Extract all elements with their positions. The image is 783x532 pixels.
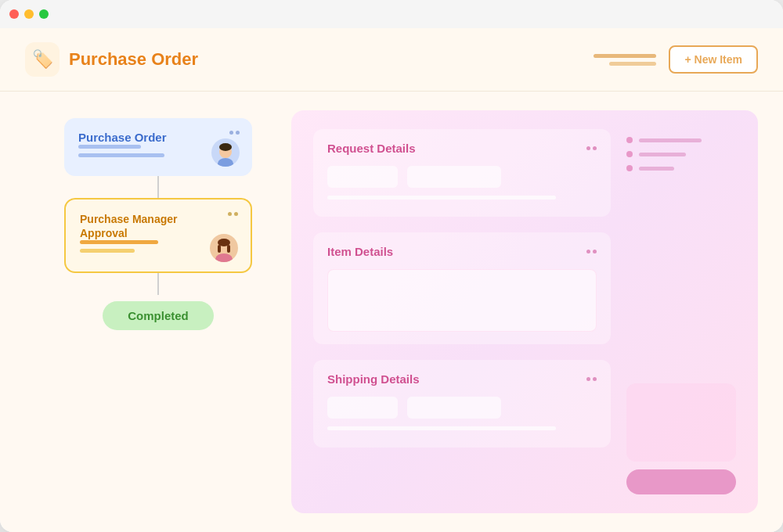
request-line-1 [327,196,556,200]
request-details-header: Request Details [327,142,597,155]
item-details-header: Item Details [327,245,597,258]
main-content: Purchase Order [0,92,783,532]
app-header: 🏷️ Purchase Order + New Item [0,28,783,92]
po-card-title: Purchase Order [78,131,167,144]
connector-line-2 [157,273,159,295]
sidebar-detail-box [626,383,736,462]
app-body: 🏷️ Purchase Order + New Item Purchase Or… [0,28,783,532]
sidebar-list-item-1 [626,137,736,143]
purchase-order-card: Purchase Order [64,118,252,176]
svg-rect-7 [227,245,230,253]
po-line-2 [78,153,164,157]
sidebar-action-button[interactable] [626,469,736,494]
shipping-details-menu[interactable] [586,377,597,381]
connector-line-1 [157,176,159,198]
request-field-2[interactable] [407,166,501,188]
request-field-1[interactable] [327,166,398,188]
sidebar-line-1 [639,138,702,142]
request-details-section: Request Details [313,129,611,217]
avatar-svg [211,138,240,167]
svg-point-2 [219,143,232,151]
avatar [211,138,240,167]
completed-badge: Completed [103,301,214,330]
svg-point-0 [218,158,233,167]
item-details-menu[interactable] [586,250,597,253]
request-details-fields-row [327,166,597,188]
minimize-dot[interactable] [24,9,34,19]
app-window: 🏷️ Purchase Order + New Item Purchase Or… [0,0,783,532]
shipping-fields-row [327,397,597,419]
page-title: Purchase Order [69,49,198,70]
ma-line-2 [80,249,135,253]
ma-card-title: Purchase Manager Approval [80,213,178,239]
sidebar-dot-1 [626,137,633,143]
ma-line-1 [80,240,158,244]
item-details-title: Item Details [327,245,393,258]
sidebar-list-item-3 [626,165,736,171]
header-line-1 [594,54,656,58]
request-details-menu[interactable] [586,146,597,150]
sd-dot-1 [586,377,590,381]
sidebar-line-2 [639,153,686,156]
maximize-dot[interactable] [39,9,49,19]
title-bar [0,0,783,28]
menu-dot-2 [236,131,240,135]
header-decoration [594,54,656,66]
manager-avatar-svg [210,234,238,262]
sd-dot-2 [593,377,597,381]
item-details-textarea[interactable] [327,269,597,332]
close-dot[interactable] [9,9,19,19]
manager-avatar [210,234,238,262]
id-dot-2 [593,250,597,253]
item-details-section: Item Details [313,232,611,344]
po-card-menu[interactable] [229,131,240,135]
svg-point-3 [215,253,233,262]
form-sidebar [626,129,736,494]
header-right: + New Item [594,45,758,74]
form-main: Request Details [313,129,611,494]
purchase-order-icon: 🏷️ [25,42,60,77]
header-left: 🏷️ Purchase Order [25,42,198,77]
shipping-details-title: Shipping Details [327,372,420,386]
workflow-panel: Purchase Order [25,110,291,513]
ma-card-menu[interactable] [228,212,238,216]
rd-dot-1 [586,146,590,150]
form-panel: Request Details [291,110,758,513]
sidebar-line-3 [639,167,674,171]
request-details-title: Request Details [327,142,416,155]
shipping-details-section: Shipping Details [313,360,611,448]
sidebar-dot-3 [626,165,633,171]
header-line-2 [609,62,656,66]
new-item-button[interactable]: + New Item [669,45,758,74]
sidebar-dot-2 [626,151,633,157]
shipping-field-2[interactable] [407,397,501,419]
po-line-1 [78,145,141,149]
menu-dot-1 [229,131,233,135]
shipping-field-1[interactable] [327,397,398,419]
ma-menu-dot-1 [228,212,232,216]
svg-rect-6 [218,245,221,253]
sidebar-list-item-2 [626,151,736,157]
ma-menu-dot-2 [234,212,238,216]
rd-dot-2 [593,146,597,150]
manager-approval-card: Purchase Manager Approval [64,198,252,273]
shipping-details-header: Shipping Details [327,372,597,386]
shipping-line-1 [327,426,556,430]
id-dot-1 [586,250,590,253]
